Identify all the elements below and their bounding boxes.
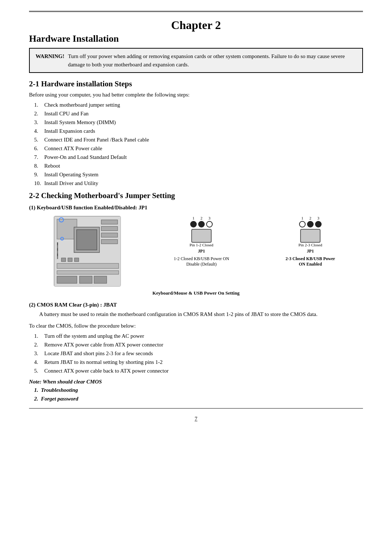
pin-closed-label-right: Pin 2-3 Closed <box>298 243 322 247</box>
cmos-desc1: A battery must be used to retain the mot… <box>39 310 363 319</box>
connector-right <box>300 229 320 243</box>
page-number: 7 <box>29 416 363 422</box>
main-title: Hardware Installation <box>29 33 363 44</box>
subsection2-title: (2) CMOS RAM Clear (3-pin) : JBAT <box>29 302 363 308</box>
svg-rect-10 <box>101 226 118 231</box>
pin1-open <box>299 221 306 227</box>
svg-rect-11 <box>101 233 118 237</box>
svg-rect-21 <box>74 258 79 262</box>
connector-left <box>191 229 212 243</box>
svg-rect-16 <box>79 276 92 283</box>
svg-rect-4 <box>77 230 97 250</box>
jp1-label-left: JP1 <box>198 249 205 254</box>
jp1-right-diagram: 1 2 3 Pin 2-3 Closed JP1 2-3 Closed KB/U… <box>282 216 339 267</box>
svg-rect-5 <box>57 242 58 257</box>
cmos-intro2: To clear the CMOS, follow the procedure … <box>29 322 363 330</box>
svg-rect-17 <box>94 276 107 283</box>
pin3-open <box>206 221 213 227</box>
note-item: 2. Forget password <box>34 394 363 403</box>
svg-rect-6 <box>57 245 58 248</box>
motherboard-diagram <box>54 216 121 287</box>
jp1-diagram-area: 1 2 3 Pin 1-2 Closed JP1 1-2 Closed KB/U… <box>29 216 363 287</box>
list-item: 8.Reboot <box>34 161 363 170</box>
svg-rect-15 <box>57 276 77 283</box>
jp1-label-right: JP1 <box>307 249 314 254</box>
steps-list-22: 1.Turn off the system and unplug the AC … <box>34 332 363 375</box>
pin-closed-label-left: Pin 1-2 Closed <box>189 243 213 247</box>
list-item: 7.Power-On and Load Standard Default <box>34 153 363 161</box>
bottom-divider <box>29 408 363 409</box>
subsection1-title: (1) Keyboard/USB function Enabled/Disabl… <box>29 205 363 211</box>
list-item: 9.Install Operating System <box>34 170 363 179</box>
page: Chapter 2 Hardware Installation WARNING!… <box>0 0 392 554</box>
jp1-left-diagram: 1 2 3 Pin 1-2 Closed JP1 1-2 Closed KB/U… <box>173 216 230 267</box>
pin2-filled <box>307 221 314 227</box>
pin3-filled <box>315 221 322 227</box>
svg-rect-13 <box>57 263 119 268</box>
svg-rect-12 <box>101 239 118 244</box>
note-title: Note: When should clear CMOS <box>29 379 363 385</box>
chapter-title: Chapter 2 <box>29 19 363 32</box>
pin1-filled <box>190 221 197 227</box>
svg-rect-8 <box>57 256 58 259</box>
pin-numbers-left: 1 2 3 <box>190 216 213 220</box>
section-21-title: 2-1 Hardware installation Steps <box>29 79 363 89</box>
mb-svg <box>54 216 121 287</box>
diagram-caption-right: 2-3 Closed KB/USB Power ON Enabled <box>282 256 339 267</box>
diagram-caption-left: 1-2 Closed KB/USB Power ON Disable (Defa… <box>173 256 230 267</box>
note-list: 1. Troubleshooting 2. Forget password <box>34 386 363 403</box>
top-border <box>29 11 363 12</box>
list-item: 2.Install CPU and Fan <box>34 109 363 118</box>
list-item: 3.Locate JBAT and short pins 2-3 for a f… <box>34 349 363 358</box>
steps-list-21: 1.Check motherboard jumper setting 2.Ins… <box>34 100 363 188</box>
list-item: 4.Return JBAT to its normal setting by s… <box>34 358 363 366</box>
pin-numbers-right: 1 2 3 <box>299 216 322 220</box>
list-item: 5.Connect ATX power cable back to ATX po… <box>34 366 363 375</box>
svg-rect-19 <box>61 258 66 262</box>
list-item: 3.Install System Memory (DIMM) <box>34 118 363 127</box>
svg-rect-14 <box>57 271 119 274</box>
warning-label: WARNING! <box>36 52 64 69</box>
pin2-filled <box>198 221 205 227</box>
list-item: 1.Check motherboard jumper setting <box>34 100 363 109</box>
svg-rect-7 <box>57 251 58 254</box>
list-item: 10.Install Driver and Utility <box>34 179 363 188</box>
list-item: 1.Turn off the system and unplug the AC … <box>34 332 363 340</box>
note-item: 1. Troubleshooting <box>34 386 363 394</box>
list-item: 2.Remove ATX power cable from ATX power … <box>34 340 363 349</box>
section-22-title: 2-2 Checking Motherboard's Jumper Settin… <box>29 191 363 200</box>
list-item: 4.Install Expansion cards <box>34 127 363 135</box>
center-caption: Keyboard/Mouse & USB Power On Setting <box>29 290 363 296</box>
section-21-intro: Before using your computer, you had bett… <box>29 91 363 99</box>
list-item: 5.Connect IDE and Front Panel /Back Pane… <box>34 135 363 144</box>
mb-image <box>54 216 121 287</box>
warning-text: Turn off your power when adding or remov… <box>68 52 356 69</box>
svg-rect-9 <box>101 220 118 224</box>
svg-rect-20 <box>68 258 72 262</box>
pin-circles-left <box>190 221 213 227</box>
list-item: 6.Connect ATX Power cable <box>34 144 363 153</box>
warning-box: WARNING! Turn off your power when adding… <box>29 48 363 73</box>
pin-circles-right <box>299 221 322 227</box>
